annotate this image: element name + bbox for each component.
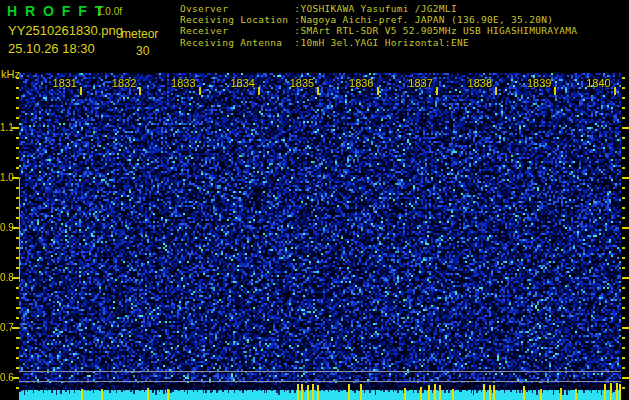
y-axis-tick-right (622, 387, 625, 389)
y-axis-tick-right (622, 317, 625, 319)
receiver-info-row-2: Receiver :SMArt RTL-SDR V5 52.905MHz USB… (180, 25, 577, 36)
observation-mode-label: meteor (121, 27, 158, 41)
y-axis-label: 1.0 (0, 172, 13, 183)
y-axis-tick-left (16, 97, 19, 99)
spectrogram-canvas (19, 73, 621, 400)
y-axis-tick-right (622, 77, 625, 79)
y-axis-tick-left (16, 147, 19, 149)
y-axis-tick-left (16, 237, 19, 239)
y-axis-tick-left (16, 307, 19, 309)
y-axis-tick-left (16, 257, 19, 259)
y-axis-tick-left (16, 157, 19, 159)
y-axis-tick-left (16, 267, 19, 269)
y-axis-tick-right (622, 337, 625, 339)
y-axis-tick-right (622, 177, 629, 179)
app-title: H R O F F T (7, 3, 105, 19)
x-axis-tick (377, 87, 379, 95)
y-axis-tick-right (622, 147, 625, 149)
x-axis-time-label: 1832 (90, 77, 136, 89)
interval-value: 30 (136, 44, 149, 58)
x-axis-tick (614, 87, 616, 95)
app-version: 1.0.0f (97, 6, 122, 17)
y-axis-tick-right (622, 187, 625, 189)
y-axis-tick-right (622, 167, 625, 169)
y-axis-tick-left (16, 137, 19, 139)
receiver-info-row-0: Ovserver :YOSHIKAWA Yasufumi /JG2MLI (180, 3, 577, 14)
y-axis-tick-right (622, 297, 625, 299)
y-axis-tick-left (16, 287, 19, 289)
x-axis-tick (80, 87, 82, 95)
y-axis-tick-right (622, 347, 625, 349)
x-axis-time-label: 1835 (268, 77, 314, 89)
y-axis-tick-right (622, 307, 625, 309)
x-axis-time-label: 1836 (328, 77, 374, 89)
y-axis-tick-left (16, 207, 19, 209)
x-axis-tick (199, 87, 201, 95)
y-axis-tick-left (16, 167, 19, 169)
y-axis-tick-right (622, 87, 625, 89)
y-axis-tick-right (622, 357, 625, 359)
y-axis-label: 0.7 (0, 322, 13, 333)
x-axis-tick (139, 87, 141, 95)
x-axis-tick (554, 87, 556, 95)
y-axis-tick-right (622, 127, 629, 129)
y-axis-tick-right (622, 277, 629, 279)
x-axis-tick (436, 87, 438, 95)
y-axis-label: 1.1 (0, 122, 13, 133)
y-axis-tick-right (622, 207, 625, 209)
y-axis-tick-left (16, 347, 19, 349)
x-axis-time-label: 1833 (150, 77, 196, 89)
y-axis-tick-right (622, 137, 625, 139)
y-axis-label: 0.9 (0, 222, 13, 233)
y-axis-tick-right (622, 197, 625, 199)
y-axis-tick-left (16, 197, 19, 199)
x-axis-time-label: 1838 (446, 77, 492, 89)
y-axis-tick-left (16, 77, 19, 79)
y-axis-tick-left (16, 387, 19, 389)
y-axis-tick-right (622, 157, 625, 159)
x-axis-time-label: 1840 (565, 77, 611, 89)
y-axis-label: 0.8 (0, 272, 13, 283)
x-axis-tick (495, 87, 497, 95)
y-axis-tick-right (622, 377, 629, 379)
output-filename: YY2510261830.png (8, 23, 123, 38)
y-axis-tick-left (16, 107, 19, 109)
y-axis-tick-left (16, 217, 19, 219)
hrofft-window: H R O F F T 1.0.0f YY2510261830.png mete… (0, 0, 629, 400)
y-axis-tick-left (16, 187, 19, 189)
y-axis-tick-left (16, 297, 19, 299)
y-axis-tick-right (622, 97, 625, 99)
x-axis-tick (258, 87, 260, 95)
y-axis-tick-right (622, 257, 625, 259)
y-axis-tick-right (622, 227, 629, 229)
y-axis-tick-left (16, 337, 19, 339)
y-axis-tick-right (622, 247, 625, 249)
y-axis-tick-right (622, 367, 625, 369)
y-axis-tick-right (622, 267, 625, 269)
y-axis-label: 0.6 (0, 372, 13, 383)
x-axis-time-label: 1831 (31, 77, 77, 89)
y-axis-tick-left (16, 357, 19, 359)
x-axis-tick (317, 87, 319, 95)
receiver-info-row-1: Receiving Location :Nagoya Aichi-pref. J… (180, 14, 577, 25)
y-axis-tick-left (16, 367, 19, 369)
y-axis-tick-left (16, 247, 19, 249)
y-axis-tick-right (622, 327, 629, 329)
x-axis-time-label: 1839 (505, 77, 551, 89)
y-axis-tick-right (622, 287, 625, 289)
x-axis-time-label: 1834 (209, 77, 255, 89)
y-axis-tick-right (622, 217, 625, 219)
receiver-info-block: Ovserver :YOSHIKAWA Yasufumi /JG2MLIRece… (180, 3, 577, 48)
observation-datetime: 25.10.26 18:30 (8, 41, 95, 56)
y-axis-tick-left (16, 317, 19, 319)
receiver-info-row-3: Receiving Antenna :10mH 3el.YAGI Horizon… (180, 37, 577, 48)
y-axis-tick-right (622, 107, 625, 109)
y-axis-tick-left (16, 87, 19, 89)
y-axis-tick-left (16, 117, 19, 119)
y-axis-tick-right (622, 237, 625, 239)
x-axis-time-label: 1837 (387, 77, 433, 89)
y-axis-tick-right (622, 117, 625, 119)
